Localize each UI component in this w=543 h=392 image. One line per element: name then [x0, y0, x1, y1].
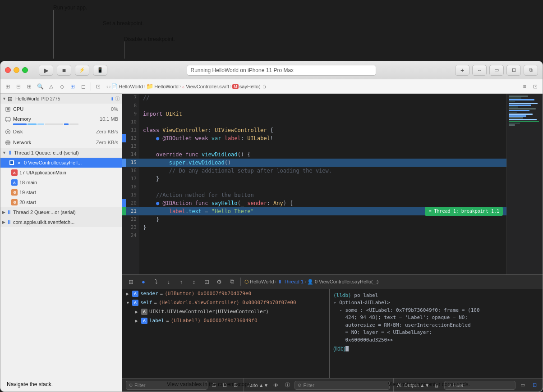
nav-left-icon[interactable]: ⊞	[3, 82, 12, 91]
project-inspect-icon[interactable]: ⓘ	[115, 96, 120, 102]
all-output-select[interactable]: All Output ▲▼	[397, 383, 430, 388]
close-button[interactable]	[5, 67, 11, 73]
minimize-button[interactable]	[14, 67, 19, 73]
bc-item-1[interactable]: HelloWorld	[119, 84, 143, 89]
bc-item-4[interactable]: sayHello(_:)	[239, 84, 266, 89]
destination-button[interactable]: 📱	[93, 65, 107, 76]
network-metric[interactable]: Network Zero KB/s	[0, 137, 122, 148]
split-1-icon[interactable]: ▭	[518, 381, 527, 390]
split-2-icon[interactable]: ⊡	[530, 381, 539, 390]
breakpoints-nav-icon[interactable]: ⊞	[68, 82, 77, 91]
uivc-icon: A	[141, 309, 147, 315]
left-filter[interactable]: ⊙ Filter	[126, 381, 207, 390]
related-items-icon[interactable]: ≡	[520, 82, 529, 91]
bc-nav-forward[interactable]: ›	[109, 84, 111, 89]
thread-badge: ≡ Thread 1: breakpoint 1.1	[425, 207, 503, 216]
thread2-header[interactable]: ▶ ⏸ Thread 2 Queue:...or (serial)	[0, 207, 122, 217]
frame-19[interactable]: ⚙ 19 start	[0, 187, 122, 197]
bc-item-3[interactable]: ViewController.swift	[186, 84, 229, 89]
ln-9: 9	[126, 110, 139, 118]
search-icon[interactable]: 🔍	[36, 82, 45, 91]
project-pause-icon[interactable]: ⏸	[110, 96, 114, 101]
bottom-toolbar: ⊟ ● ⤵ ↓ ↑ ↕ ⊡ ⚙ ⧉ ⬡ HelloWorld › ⏸ Threa…	[122, 275, 543, 289]
status-info-icon[interactable]: ⓘ	[283, 381, 292, 390]
project-expand-arrow[interactable]: ▼	[2, 96, 6, 101]
thread3-header[interactable]: ▶ ⏸ com.apple.uikit.eventfetch...	[0, 217, 122, 227]
breakpoints-button[interactable]: ↔	[472, 65, 487, 76]
step-out-icon[interactable]: ↑	[176, 277, 186, 287]
memory-bar-free	[45, 123, 63, 125]
debug-bc-hw[interactable]: HelloWorld	[250, 279, 274, 284]
auto-select[interactable]: Auto ▲▼	[248, 383, 268, 388]
project-header[interactable]: ▼ ⊞ HelloWorld PID 2775 ⏸ ⓘ	[0, 94, 122, 104]
disk-metric[interactable]: Disk Zero KB/s	[0, 126, 122, 137]
svg-rect-8	[9, 121, 10, 122]
thread3-expand[interactable]: ▶	[2, 220, 5, 224]
test-icon[interactable]: ◻	[79, 82, 88, 91]
bc-nav-back[interactable]: ‹	[106, 84, 108, 89]
variables-panel[interactable]: ▶ A sender = (UIButton) 0x00007f9b70d079…	[122, 289, 330, 378]
fullscreen-button[interactable]	[22, 67, 28, 73]
code-line-10	[139, 118, 506, 126]
step-over-icon[interactable]: ⤵	[151, 277, 161, 287]
step-into-icon[interactable]: ↓	[164, 277, 174, 287]
thread1-expand[interactable]: ▼	[2, 150, 6, 155]
uivc-expand[interactable]: ▶	[135, 310, 139, 314]
thread-stepper-icon[interactable]: ●	[138, 277, 148, 287]
var-label[interactable]: ▶ A label = (UILabel?) 0x00007f9b736049f…	[122, 316, 329, 325]
status-icon-1[interactable]: ⊞	[209, 381, 218, 390]
step-thread-icon[interactable]: ⊡	[202, 277, 212, 287]
code-content[interactable]: // import UIKit class ViewController: UI…	[139, 94, 506, 274]
scheme-button[interactable]: ⚡	[75, 65, 89, 76]
sender-expand[interactable]: ▶	[126, 292, 130, 296]
frame-18[interactable]: A 18 main	[0, 178, 122, 187]
nav-grid-icon[interactable]: ⊟	[14, 82, 23, 91]
status-icon-2[interactable]: ⊟	[220, 381, 229, 390]
var-sender[interactable]: ▶ A sender = (UIButton) 0x00007f9b70d079…	[122, 289, 329, 298]
bc-item-2[interactable]: HelloWorld	[154, 84, 179, 89]
run-button[interactable]: ▶	[39, 65, 53, 76]
sidebar-scroll[interactable]: CPU 0% Memory 10.1 MB	[0, 104, 122, 392]
status-icon-3[interactable]: ⊡	[231, 381, 240, 390]
step-inst-icon[interactable]: ↕	[189, 277, 199, 287]
mid-filter[interactable]: ⊙ Filter	[295, 381, 389, 390]
code-line-18	[139, 183, 506, 191]
var-self[interactable]: ▼ A self = (HelloWorld.ViewController) 0…	[122, 298, 329, 307]
layout-3-button[interactable]: ⧉	[524, 65, 538, 76]
debug-bar-icon[interactable]: ⊡	[94, 82, 103, 91]
thread3-label: com.apple.uikit.eventfetch...	[13, 219, 74, 225]
thread1-header[interactable]: ▼ ⏸ Thread 1 Queue: c...d (serial)	[0, 148, 122, 158]
cpu-metric[interactable]: CPU 0%	[0, 104, 122, 114]
nav-tree-icon[interactable]: ⊞	[25, 82, 34, 91]
debug-bc-frame[interactable]: 👤 0 ViewController.sayHello(_:)	[307, 279, 379, 285]
frame-20[interactable]: ⚙ 20 start	[0, 197, 122, 207]
gutter-11	[122, 126, 126, 134]
git-icon[interactable]: ◇	[57, 82, 66, 91]
assistant-icon[interactable]: ⊡	[531, 82, 540, 91]
console-panel[interactable]: (lldb) po label ▿ Optional<UILabel> - so…	[330, 289, 543, 378]
warning-icon[interactable]: △	[46, 82, 55, 91]
frame-17[interactable]: A 17 UIApplicationMain	[0, 168, 122, 178]
layout-1-button[interactable]: ▭	[489, 65, 504, 76]
memory-debug-icon[interactable]: ⧉	[227, 277, 237, 287]
frame-0[interactable]: 0 0 ViewController.sayHell...	[0, 158, 122, 168]
disk-value: Zero KB/s	[96, 129, 118, 134]
status-eye-icon[interactable]: 👁	[271, 381, 280, 390]
trash-icon[interactable]: 🗑	[433, 381, 442, 390]
hide-debug-icon[interactable]: ⊟	[126, 277, 136, 287]
label-expand[interactable]: ▶	[135, 319, 139, 323]
gutter-12	[122, 134, 126, 142]
code-editor[interactable]: 7 8 9 10 11 12 13 14 15 16 17 18 19 20 2…	[122, 94, 543, 274]
thread2-expand[interactable]: ▶	[2, 210, 5, 214]
status-mid: Auto ▲▼ 👁 ⓘ ⊙ Filter	[244, 378, 394, 392]
simulate-icon[interactable]: ⚙	[214, 277, 224, 287]
right-filter[interactable]: ⊙ Filter	[444, 381, 515, 390]
memory-metric[interactable]: Memory 10.1 MB	[0, 114, 122, 126]
add-button[interactable]: +	[455, 65, 469, 76]
self-expand[interactable]: ▼	[126, 301, 130, 305]
gutter-22	[122, 215, 126, 223]
debug-bc-thread[interactable]: ⏸ Thread 1	[277, 279, 304, 284]
var-uivc[interactable]: ▶ A UIKit.UIViewController (UIViewContro…	[122, 307, 329, 316]
layout-2-button[interactable]: ⊡	[506, 65, 521, 76]
stop-button[interactable]: ■	[57, 65, 71, 76]
